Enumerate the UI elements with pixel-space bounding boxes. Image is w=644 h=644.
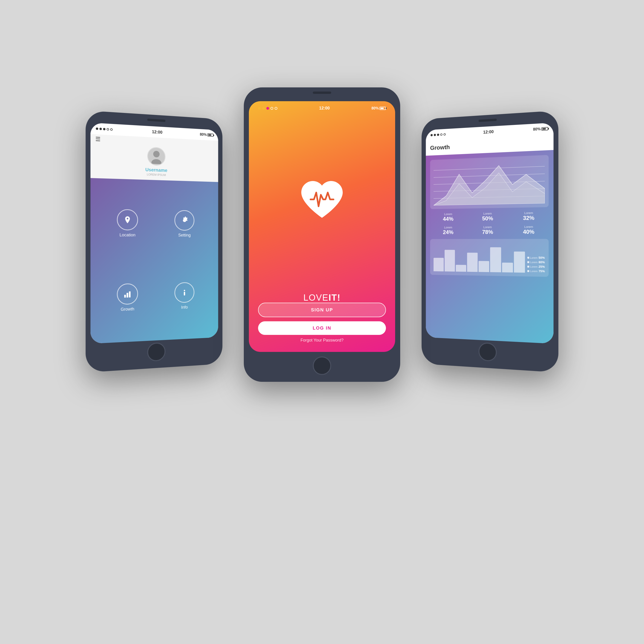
svg-line-7 — [434, 166, 545, 170]
legend-row-2: Lorem 25% — [527, 265, 545, 268]
signal-dots — [96, 127, 113, 131]
username-label: Username — [145, 167, 167, 173]
speaker-left — [147, 119, 165, 122]
stat-value-4: 78% — [469, 229, 507, 235]
menu-item-growth[interactable]: Growth — [98, 260, 156, 336]
svg-rect-3 — [126, 293, 128, 297]
battery-fill-center — [380, 108, 384, 109]
rdot2 — [434, 134, 436, 136]
bar-6 — [490, 247, 501, 272]
bar-7 — [502, 263, 513, 273]
stat-3: Lorem 24% — [430, 226, 466, 236]
screen-left: 12:00 80% ☰ — [90, 123, 218, 344]
stat-value-2: 32% — [509, 214, 549, 221]
stat-label-0: Lorem — [430, 212, 466, 216]
bar-5 — [479, 261, 489, 272]
time-left: 12:00 — [152, 129, 163, 135]
menu-item-info[interactable]: Info — [156, 260, 212, 333]
legend-dot-1 — [527, 261, 529, 263]
stat-2: Lorem 32% — [509, 211, 549, 221]
legend-key-1: Lorem — [530, 261, 538, 264]
rdot3 — [437, 134, 439, 136]
battery-fill-right — [542, 128, 546, 130]
home-btn-right[interactable] — [479, 342, 497, 362]
stat-5: Lorem 40% — [509, 225, 549, 235]
speaker-center — [313, 92, 331, 94]
svg-rect-4 — [129, 291, 131, 298]
battery-body-right — [541, 127, 548, 131]
stat-1: Lorem 50% — [469, 212, 507, 222]
battery-pct-left: 80% — [200, 132, 207, 137]
rdot4 — [440, 133, 442, 136]
dot1 — [96, 127, 98, 130]
username-subtitle: LOREM IPSUM — [147, 173, 166, 177]
legend-val-2: 25% — [538, 265, 545, 269]
signup-button[interactable]: SIGN UP — [258, 303, 386, 317]
rdot5 — [443, 133, 446, 135]
cdot1 — [258, 107, 261, 110]
legend-row-0: Lorem 50% — [527, 256, 545, 259]
legend-key-3: Lorem — [530, 270, 538, 273]
center-signal — [258, 107, 277, 110]
time-right: 12:00 — [483, 129, 494, 135]
bar-2 — [445, 250, 455, 272]
menu-item-location[interactable]: Location — [98, 185, 156, 261]
settings-icon-circle — [174, 210, 194, 231]
menu-item-setting[interactable]: Setting — [156, 187, 212, 260]
stat-label-2: Lorem — [509, 211, 549, 215]
legend-key-0: Lorem — [530, 256, 538, 259]
cdot5 — [275, 107, 277, 110]
setting-label: Setting — [178, 233, 191, 238]
bar-8 — [514, 252, 525, 273]
battery-right: 80% — [533, 126, 548, 132]
svg-point-5 — [184, 290, 185, 291]
bar-4 — [467, 253, 478, 272]
dot5 — [110, 128, 112, 131]
login-button[interactable]: LOG IN — [258, 321, 386, 335]
bar-chart: Lorem 50% Lorem 80% Lorem — [430, 239, 549, 277]
auth-buttons: SIGN UP LOG IN Forgot Your Password? — [258, 303, 386, 343]
info-icon-circle — [174, 282, 194, 303]
chart-icon-circle — [117, 283, 138, 305]
area-chart — [430, 155, 549, 209]
battery-pct-center: 80% — [371, 106, 379, 110]
bar-legend: Lorem 50% Lorem 80% Lorem — [527, 256, 545, 273]
brand-bold: IT! — [328, 293, 340, 302]
growth-label: Growth — [121, 307, 134, 312]
legend-dot-2 — [527, 266, 529, 267]
hamburger-menu[interactable]: ☰ — [95, 136, 101, 142]
stat-0: Lorem 44% — [430, 212, 466, 222]
menu-grid: Location Setting — [90, 178, 218, 344]
dot4 — [107, 128, 109, 131]
phone-center: 12:00 80% — [244, 87, 400, 382]
home-btn-center[interactable] — [313, 357, 331, 375]
legend-row-3: Lorem 75% — [527, 269, 545, 273]
battery-center: 80% — [371, 106, 386, 110]
speaker-right — [479, 119, 497, 122]
stats-grid-1: Lorem 44% Lorem 50% Lorem 32% — [430, 211, 549, 222]
rdot1 — [431, 134, 433, 136]
battery-pct-right: 80% — [533, 127, 541, 132]
forgot-password-link[interactable]: Forgot Your Password? — [258, 338, 386, 343]
legend-val-3: 75% — [538, 269, 545, 273]
battery-body-center — [379, 107, 386, 110]
stat-label-5: Lorem — [509, 225, 549, 229]
svg-point-1 — [151, 159, 161, 164]
stat-label-1: Lorem — [469, 212, 507, 216]
battery-fill-left — [208, 134, 211, 136]
profile-header: ☰ Username LOREM IPSUM — [90, 134, 218, 182]
stat-label-3: Lorem — [430, 226, 466, 229]
battery-left: 80% — [200, 132, 213, 137]
phone-left: 12:00 80% ☰ — [86, 110, 222, 373]
info-label: Info — [181, 305, 188, 310]
app-logo — [297, 108, 347, 293]
battery-body-left — [207, 133, 213, 137]
dot2 — [99, 128, 102, 130]
legend-val-0: 50% — [538, 256, 545, 260]
brand-name: LOVEIT! — [303, 293, 341, 303]
stats-grid-2: Lorem 24% Lorem 78% Lorem 40% — [430, 225, 549, 236]
legend-dot-3 — [527, 270, 529, 272]
signal-dots-right — [431, 133, 446, 136]
legend-dot-0 — [527, 257, 529, 259]
home-btn-left[interactable] — [147, 342, 165, 362]
